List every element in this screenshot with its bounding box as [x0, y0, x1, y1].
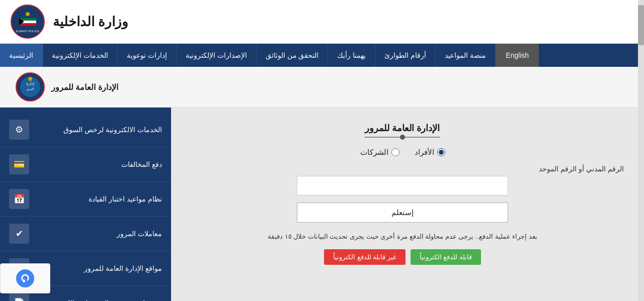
sub-header-title: الإدارة العامة للمرور	[51, 82, 118, 92]
nav-item-emergency[interactable]: أرقام الطوارئ	[375, 44, 436, 67]
sub-header-logo: إدارة المرور	[15, 72, 45, 102]
eligible-button[interactable]: قابلة للدفع الكترونياً	[411, 249, 481, 265]
header: وزارة الداخلية KUWAIT POLICE	[0, 0, 644, 44]
radio-individuals[interactable]	[437, 148, 445, 156]
radio-companies[interactable]	[391, 148, 399, 156]
sub-header: الإدارة العامة للمرور إدارة المرور	[0, 67, 644, 108]
radio-individuals-label[interactable]: الأفراد	[415, 148, 445, 157]
recaptcha-svg	[20, 273, 31, 284]
svg-point-12	[28, 77, 32, 81]
rp-item-0[interactable]: الخدمات الالكترونية لرخص السوق ⚙	[0, 113, 171, 147]
english-button[interactable]: English	[496, 44, 539, 67]
recaptcha-icon	[16, 269, 34, 287]
header-logo: KUWAIT POLICE	[10, 4, 45, 39]
radio-companies-label[interactable]: الشركات	[360, 148, 399, 157]
rp-item-3[interactable]: معاملات المرور ✔	[0, 217, 171, 251]
navbar: الرئيسية الخدمات الإلكترونية إدارات توعو…	[0, 44, 644, 67]
left-panel: الإدارة العامة للمرور الأفراد الشركات ال…	[171, 108, 644, 301]
svg-text:المرور: المرور	[26, 87, 34, 91]
rp-icon-3: ✔	[9, 224, 29, 244]
nav-item-awareness[interactable]: إدارات توعوية	[118, 44, 177, 67]
nav-item-eservices[interactable]: الخدمات الإلكترونية	[43, 44, 118, 67]
nav-item-verify[interactable]: التحقق من الوثائق	[257, 44, 329, 67]
civil-number-input[interactable]	[297, 176, 508, 195]
site-title: وزارة الداخلية	[53, 14, 128, 30]
input-label: الرقم المدني أو الرقم الموحد	[181, 165, 624, 173]
notice-text: بعد إجراء عملية الدفع.. يرجى عدم محاولة …	[181, 233, 624, 240]
nav-item-appointments[interactable]: منصة المواعيد	[436, 44, 496, 67]
nav-item-feedback[interactable]: يهمنا رأيك	[328, 44, 375, 67]
scrollbar-thumb[interactable]	[638, 5, 644, 45]
rp-icon-0: ⚙	[9, 120, 29, 140]
panel-title: الإدارة العامة للمرور	[365, 123, 440, 138]
svg-point-6	[26, 12, 30, 16]
rp-item-2[interactable]: نظام مواعيد اختبار القيادة 📅	[0, 182, 171, 217]
rp-icon-2: 📅	[9, 189, 29, 209]
panel-title-bar: الإدارة العامة للمرور	[181, 123, 624, 138]
radio-group: الأفراد الشركات	[181, 148, 624, 157]
nav-item-home[interactable]: الرئيسية	[0, 44, 43, 67]
rp-item-1[interactable]: دفع المخالفات 💳	[0, 147, 171, 182]
rp-icon-5: 📄	[9, 293, 29, 301]
scrollbar-track[interactable]	[638, 0, 644, 301]
svg-text:إدارة: إدارة	[26, 81, 34, 86]
recaptcha-box[interactable]	[0, 263, 50, 293]
not-eligible-button[interactable]: غير قابلة للدفع الكترونياً	[324, 249, 406, 265]
status-buttons: قابلة للدفع الكترونياً غير قابلة للدفع ا…	[181, 249, 624, 265]
submit-button[interactable]: إستعلم	[297, 203, 508, 223]
main-content: الإدارة العامة للمرور الأفراد الشركات ال…	[0, 108, 644, 301]
rp-icon-1: 💳	[9, 154, 29, 174]
input-section: الرقم المدني أو الرقم الموحد	[181, 165, 624, 195]
svg-text:KUWAIT POLICE: KUWAIT POLICE	[16, 30, 40, 33]
svg-rect-4	[19, 23, 36, 26]
nav-item-publications[interactable]: الإصدارات الإلكترونية	[177, 44, 257, 67]
